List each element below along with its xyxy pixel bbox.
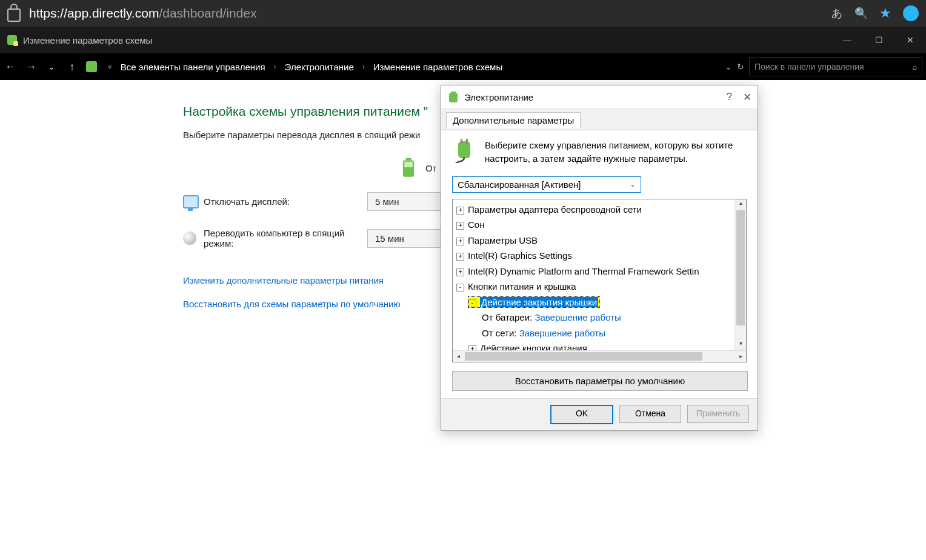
search-icon: ⌕ bbox=[912, 62, 917, 72]
link-advanced-settings[interactable]: Изменить дополнительные параметры питани… bbox=[183, 275, 384, 285]
svg-rect-3 bbox=[451, 92, 456, 93]
tree-node[interactable]: Параметры адаптера беспроводной сети bbox=[468, 204, 642, 215]
moon-icon bbox=[183, 232, 196, 245]
power-plan-combo[interactable]: Сбалансированная [Активен] ⌄ bbox=[452, 176, 641, 193]
maximize-button[interactable]: ☐ bbox=[863, 27, 894, 53]
translate-icon[interactable]: あ bbox=[830, 7, 844, 20]
browser-address-bar: https://app.directly.com/dashboard/index… bbox=[0, 0, 926, 27]
scroll-thumb[interactable] bbox=[465, 352, 702, 361]
tree-node[interactable]: Сон bbox=[468, 219, 484, 230]
profile-avatar[interactable] bbox=[903, 5, 919, 21]
favorite-star-icon[interactable]: ★ bbox=[879, 7, 892, 20]
cancel-button[interactable]: Отмена bbox=[619, 405, 681, 423]
dialog-tabstrip: Дополнительные параметры bbox=[441, 108, 758, 130]
scroll-down-icon[interactable]: ▾ bbox=[735, 340, 746, 351]
close-button[interactable]: ✕ bbox=[894, 27, 926, 53]
svg-rect-6 bbox=[461, 139, 462, 144]
breadcrumb: « Все элементы панели управления › Элект… bbox=[82, 61, 749, 72]
url[interactable]: https://app.directly.com/dashboard/index bbox=[29, 6, 257, 21]
minimize-button[interactable]: — bbox=[831, 27, 863, 53]
scroll-right-icon[interactable]: ▸ bbox=[735, 353, 746, 359]
chevron-right-icon: › bbox=[362, 62, 365, 71]
tree-node[interactable]: Параметры USB bbox=[468, 235, 538, 245]
power-plan-icon bbox=[7, 35, 17, 45]
nav-up-icon[interactable]: ↑ bbox=[62, 61, 82, 73]
breadcrumb-level3[interactable]: Изменение параметров схемы bbox=[373, 62, 502, 72]
expand-icon[interactable]: + bbox=[456, 253, 464, 261]
ok-button[interactable]: OK bbox=[550, 405, 613, 424]
tree-node[interactable]: Кнопки питания и крышка bbox=[468, 281, 576, 292]
dialog-close-icon[interactable]: ✕ bbox=[743, 91, 751, 104]
dialog-description: Выберите схему управления питанием, кото… bbox=[485, 139, 747, 165]
expand-icon[interactable]: + bbox=[456, 222, 464, 230]
expand-icon[interactable]: + bbox=[456, 268, 464, 276]
tree-leaf-label: От сети: bbox=[482, 328, 519, 338]
breadcrumb-level2[interactable]: Электропитание bbox=[285, 62, 354, 72]
breadcrumb-icon bbox=[86, 61, 97, 72]
display-icon bbox=[183, 195, 196, 208]
tree-leaf-value[interactable]: Завершение работы bbox=[535, 312, 621, 322]
scroll-thumb[interactable] bbox=[736, 210, 745, 325]
link-restore-defaults[interactable]: Восстановить для схемы параметры по умол… bbox=[183, 299, 401, 309]
svg-rect-2 bbox=[404, 162, 413, 167]
chevron-down-icon: ⌄ bbox=[630, 180, 636, 188]
dialog-help-icon[interactable]: ? bbox=[727, 91, 732, 104]
dialog-title: Электропитание bbox=[464, 92, 533, 102]
cp-window-title: Изменение параметров схемы bbox=[23, 35, 152, 45]
row-display-off-label: Отключать дисплей: bbox=[204, 196, 367, 207]
dialog-footer: OK Отмена Применить bbox=[441, 398, 758, 430]
tree-node[interactable]: Intel(R) Graphics Settings bbox=[468, 250, 572, 261]
apply-button: Применить bbox=[687, 405, 749, 423]
scroll-left-icon[interactable]: ◂ bbox=[453, 353, 464, 359]
breadcrumb-dropdown-icon[interactable]: ⌄ bbox=[725, 62, 732, 72]
collapse-icon[interactable]: - bbox=[456, 284, 464, 292]
horizontal-scrollbar[interactable]: ◂ ▸ bbox=[453, 350, 746, 362]
nav-history-icon[interactable]: ⌄ bbox=[41, 62, 62, 72]
cp-search-input[interactable]: Поиск в панели управления ⌕ bbox=[749, 57, 922, 76]
power-plug-icon bbox=[452, 139, 476, 165]
cp-search-placeholder: Поиск в панели управления bbox=[754, 62, 864, 72]
column-from-label: От bbox=[425, 163, 437, 173]
vertical-scrollbar[interactable]: ▴ ▾ bbox=[734, 199, 746, 351]
tab-advanced[interactable]: Дополнительные параметры bbox=[446, 112, 581, 128]
breadcrumb-chevron-left-icon[interactable]: « bbox=[108, 62, 112, 71]
nav-forward-icon[interactable]: → bbox=[21, 61, 41, 73]
highlight: Изменить дополнительные параметры питани… bbox=[183, 275, 384, 285]
power-icon bbox=[447, 91, 459, 103]
restore-defaults-button[interactable]: Восстановить параметры по умолчанию bbox=[452, 371, 748, 391]
svg-rect-4 bbox=[449, 93, 458, 102]
highlight: -Действие закрытия крышки bbox=[468, 297, 599, 307]
svg-rect-0 bbox=[405, 158, 411, 160]
url-path: /dashboard/index bbox=[159, 6, 256, 20]
battery-icon bbox=[400, 158, 417, 178]
expand-icon[interactable]: + bbox=[456, 238, 464, 245]
power-options-dialog: Электропитание ? ✕ Дополнительные параме… bbox=[441, 85, 758, 431]
svg-rect-5 bbox=[458, 141, 470, 158]
tree-leaf-label: От батареи: bbox=[482, 312, 535, 322]
chevron-right-icon: › bbox=[274, 62, 276, 71]
cp-nav-row: ← → ⌄ ↑ « Все элементы панели управления… bbox=[0, 53, 926, 80]
cp-window-titlebar: Изменение параметров схемы — ☐ ✕ bbox=[0, 27, 926, 53]
row-sleep-label: Переводить компьютер в спящий режим: bbox=[204, 228, 367, 248]
svg-rect-7 bbox=[466, 139, 468, 144]
url-host: https://app.directly.com bbox=[29, 6, 159, 20]
power-plan-selected: Сбалансированная [Активен] bbox=[458, 179, 581, 190]
nav-back-icon[interactable]: ← bbox=[0, 61, 21, 73]
collapse-icon[interactable]: - bbox=[468, 299, 476, 307]
scroll-up-icon[interactable]: ▴ bbox=[735, 199, 746, 210]
breadcrumb-root[interactable]: Все элементы панели управления bbox=[121, 62, 265, 72]
lock-icon bbox=[7, 8, 21, 22]
tree-node-lid-action[interactable]: Действие закрытия крышки bbox=[480, 297, 598, 307]
tree-leaf-value[interactable]: Завершение работы bbox=[519, 328, 605, 338]
expand-icon[interactable]: + bbox=[456, 207, 464, 215]
tree-node[interactable]: Intel(R) Dynamic Platform and Thermal Fr… bbox=[468, 266, 699, 276]
settings-tree[interactable]: +Параметры адаптера беспроводной сети +С… bbox=[452, 199, 747, 362]
refresh-icon[interactable]: ↻ bbox=[737, 62, 744, 72]
zoom-icon[interactable]: 🔍 bbox=[854, 7, 868, 20]
dialog-titlebar: Электропитание ? ✕ bbox=[441, 85, 758, 108]
